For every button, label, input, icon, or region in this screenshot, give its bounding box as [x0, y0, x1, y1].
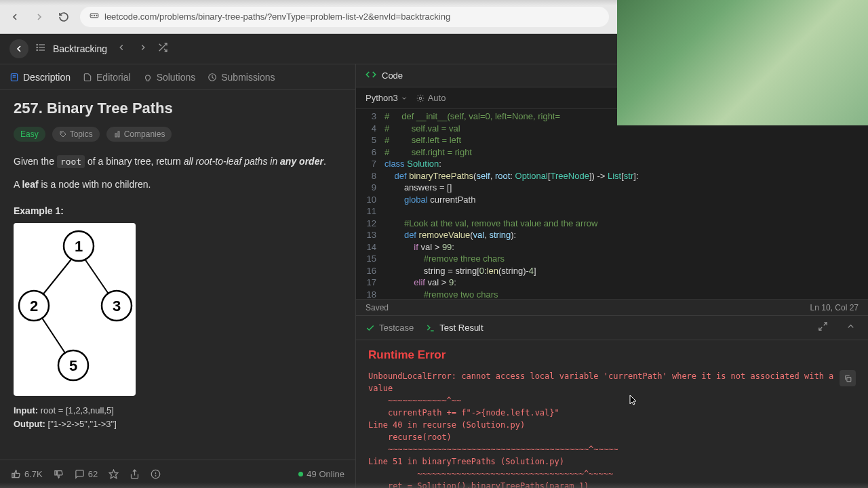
- example-io: Input: root = [1,2,3,null,5] Output: ["1…: [14, 404, 342, 432]
- dislike-button[interactable]: [54, 469, 64, 479]
- leetcode-logo-icon[interactable]: [9, 39, 28, 58]
- share-button[interactable]: [130, 469, 140, 479]
- saved-status: Saved: [366, 303, 389, 312]
- editor-line[interactable]: 15 #remove three chars: [356, 253, 868, 265]
- code-editor[interactable]: 3# def __init__(self, val=0, left=None, …: [356, 109, 868, 299]
- svg-point-45: [155, 476, 156, 476]
- editor-line[interactable]: 18 #remove two chars: [356, 289, 868, 300]
- problem-paragraph: A leaf is a node with no children.: [14, 177, 342, 193]
- svg-text:1: 1: [75, 238, 83, 255]
- error-text: UnboundLocalError: cannot access local v…: [368, 370, 856, 488]
- url-text: leetcode.com/problems/binary-tree-paths/…: [104, 12, 450, 22]
- cursor-position: Ln 10, Col 27: [810, 303, 859, 312]
- next-problem-button[interactable]: [136, 40, 151, 58]
- editor-line[interactable]: 8 def binaryTreePaths(self, root: Option…: [356, 170, 868, 182]
- code-label: Code: [382, 70, 403, 81]
- svg-rect-29: [115, 134, 117, 137]
- problem-paragraph: Given the root of a binary tree, return …: [14, 154, 342, 170]
- problem-title: 257. Binary Tree Paths: [14, 100, 342, 117]
- svg-marker-42: [109, 470, 118, 479]
- editor-line[interactable]: 11: [356, 205, 868, 218]
- browser-back-button[interactable]: [7, 9, 23, 25]
- feedback-button[interactable]: [151, 469, 161, 479]
- svg-text:2: 2: [30, 298, 38, 314]
- editor-line[interactable]: 14 if val > 99:: [356, 241, 868, 253]
- editor-line[interactable]: 17 elif val > 9:: [356, 277, 868, 289]
- editor-line[interactable]: 5# self.left = left: [356, 134, 868, 146]
- problem-list-title[interactable]: Backtracking: [53, 43, 107, 54]
- editor-line[interactable]: 7class Solution:: [356, 158, 868, 170]
- svg-point-46: [419, 97, 422, 100]
- topics-button[interactable]: Topics: [52, 127, 100, 142]
- browser-reload-button[interactable]: [56, 9, 72, 25]
- url-bar[interactable]: leetcode.com/problems/binary-tree-paths/…: [80, 7, 609, 27]
- svg-rect-50: [846, 377, 850, 381]
- like-button[interactable]: 6.7K: [11, 469, 43, 479]
- online-indicator-icon: [298, 472, 303, 476]
- browser-forward-button[interactable]: [31, 9, 47, 25]
- problem-tabs: Description Editorial Solutions Submissi…: [0, 64, 355, 90]
- results-content: Runtime Error UnboundLocalError: cannot …: [356, 340, 868, 488]
- site-info-icon[interactable]: [90, 11, 99, 22]
- editor-line[interactable]: 9 answers = []: [356, 182, 868, 194]
- webcam-overlay: [617, 0, 868, 125]
- tab-description[interactable]: Description: [9, 66, 71, 88]
- svg-line-49: [819, 327, 822, 330]
- expand-button[interactable]: [815, 319, 831, 337]
- results-tabs: Testcase Test Result: [356, 316, 868, 340]
- svg-text:5: 5: [69, 357, 77, 374]
- comments-button[interactable]: 62: [75, 469, 98, 479]
- tab-solutions[interactable]: Solutions: [143, 66, 196, 88]
- svg-point-0: [92, 15, 92, 16]
- svg-line-48: [824, 323, 827, 325]
- example-label: Example 1:: [14, 205, 342, 216]
- editor-line[interactable]: 13 def removeValue(val, string):: [356, 229, 868, 241]
- editor-line[interactable]: 6# self.right = right: [356, 146, 868, 159]
- svg-text:3: 3: [113, 298, 121, 314]
- svg-point-8: [37, 47, 37, 47]
- code-icon: [366, 69, 376, 83]
- copy-error-button[interactable]: [840, 370, 856, 386]
- tab-testcase[interactable]: Testcase: [366, 323, 414, 333]
- dock-hint: [0, 483, 868, 488]
- language-selector[interactable]: Python3: [366, 93, 408, 103]
- editor-line[interactable]: 12 #Look at the val, remove that value a…: [356, 218, 868, 230]
- collapse-button[interactable]: [843, 319, 859, 337]
- problem-content: 257. Binary Tree Paths Easy Topics Compa…: [0, 90, 355, 460]
- auto-button[interactable]: Auto: [416, 93, 446, 103]
- svg-point-2: [96, 15, 97, 16]
- prev-problem-button[interactable]: [114, 40, 129, 58]
- list-icon: [35, 42, 46, 56]
- tab-submissions[interactable]: Submissions: [208, 66, 275, 88]
- svg-point-1: [94, 15, 94, 16]
- favorite-button[interactable]: [108, 469, 119, 479]
- tab-editorial[interactable]: Editorial: [83, 66, 131, 88]
- online-count: 49 Online: [298, 469, 344, 479]
- svg-rect-30: [118, 131, 119, 137]
- shuffle-button[interactable]: [157, 42, 168, 56]
- svg-point-9: [37, 49, 37, 50]
- svg-line-12: [159, 44, 161, 46]
- error-title: Runtime Error: [368, 348, 856, 362]
- svg-point-28: [61, 133, 62, 134]
- tab-test-result[interactable]: Test Result: [426, 323, 483, 333]
- editor-line[interactable]: 16 string = string[0:len(string)-4]: [356, 265, 868, 277]
- editor-line[interactable]: 10 global currentPath: [356, 194, 868, 206]
- tree-diagram: 1 2 3 5: [14, 223, 136, 396]
- difficulty-badge: Easy: [14, 127, 45, 142]
- editor-status-bar: Saved Ln 10, Col 27: [356, 299, 868, 315]
- companies-button[interactable]: Companies: [106, 127, 172, 142]
- svg-point-7: [37, 44, 37, 45]
